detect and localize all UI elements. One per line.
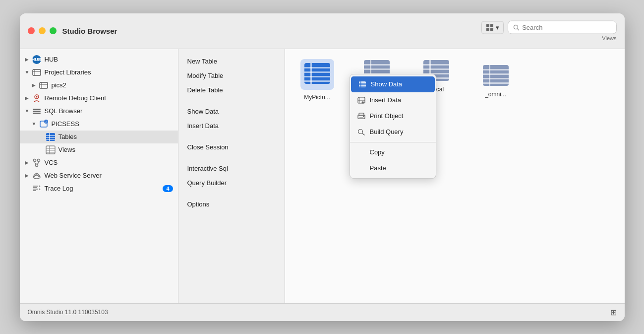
ctx-divider-4 bbox=[178, 190, 285, 197]
close-button[interactable] bbox=[28, 27, 35, 34]
ctx-menu-show-data[interactable]: Show Data bbox=[351, 76, 435, 92]
insert-data-icon bbox=[357, 96, 366, 105]
svg-rect-45 bbox=[310, 63, 312, 84]
ctx-menu-paste[interactable]: Paste bbox=[350, 160, 436, 176]
svg-rect-21 bbox=[46, 135, 55, 136]
traffic-lights bbox=[28, 27, 57, 34]
picsess-icon: ✓ bbox=[39, 119, 49, 129]
table-item-mypictu[interactable]: MyPictu... bbox=[295, 59, 340, 101]
ctx-show-data[interactable]: Show Data bbox=[178, 104, 285, 119]
pics2-icon bbox=[39, 80, 49, 90]
arrow-remote-debug: ▶ bbox=[25, 95, 32, 101]
svg-rect-47 bbox=[364, 64, 390, 66]
search-box[interactable] bbox=[508, 21, 617, 34]
arrow-vcs: ▶ bbox=[25, 160, 32, 165]
sidebar-label-project-libraries: Project Libraries bbox=[45, 68, 173, 76]
titlebar-controls: ▾ Views bbox=[481, 21, 617, 41]
svg-rect-70 bbox=[358, 99, 365, 99]
sidebar-item-views[interactable]: Views bbox=[20, 143, 178, 156]
arrow-project-libraries: ▼ bbox=[25, 69, 32, 75]
table-name-omni: _omni... bbox=[485, 91, 506, 98]
svg-rect-3 bbox=[490, 28, 493, 31]
sidebar-item-picsess[interactable]: ▼ ✓ PICSESS bbox=[20, 118, 178, 131]
svg-rect-41 bbox=[304, 67, 330, 68]
ctx-menu-build-query-label: Build Query bbox=[370, 128, 404, 135]
ctx-modify-table[interactable]: Modify Table bbox=[178, 68, 285, 83]
svg-point-32 bbox=[35, 164, 38, 166]
svg-rect-48 bbox=[364, 68, 390, 70]
paste-icon bbox=[357, 164, 366, 173]
sidebar-item-trace-log[interactable]: Trace Log 4 bbox=[20, 182, 178, 195]
svg-point-31 bbox=[37, 159, 40, 161]
content-area: MyPictu... e_sequence bbox=[285, 49, 625, 303]
ctx-interactive-sql[interactable]: Interactive Sql bbox=[178, 161, 285, 176]
hub-icon: HUB bbox=[32, 55, 42, 65]
svg-point-30 bbox=[33, 159, 36, 161]
svg-rect-22 bbox=[46, 137, 55, 138]
sidebar-label-sql-browser: SQL Browser bbox=[45, 107, 173, 115]
table-icon-omni bbox=[482, 64, 510, 87]
vcs-icon bbox=[32, 158, 42, 168]
ctx-menu-paste-label: Paste bbox=[370, 164, 386, 172]
ctx-delete-table[interactable]: Delete Table bbox=[178, 83, 285, 97]
sidebar-item-hub[interactable]: ▶ HUB HUB bbox=[20, 53, 178, 66]
arrow-hub: ▶ bbox=[25, 57, 32, 62]
svg-rect-44 bbox=[304, 80, 330, 82]
main-window: Studio Browser ▾ bbox=[20, 13, 625, 321]
ctx-new-table[interactable]: New Table bbox=[178, 54, 285, 68]
sidebar-item-project-libraries[interactable]: ▼ Project Libraries bbox=[20, 66, 178, 79]
trace-log-icon bbox=[32, 184, 42, 194]
ctx-menu-copy-label: Copy bbox=[370, 148, 385, 156]
maximize-button[interactable] bbox=[50, 27, 57, 34]
sidebar-item-pics2[interactable]: ▶ pics2 bbox=[20, 79, 178, 92]
ctx-close-session[interactable]: Close Session bbox=[178, 140, 285, 154]
sidebar-item-sql-browser[interactable]: ▼ SQL Browser bbox=[20, 105, 178, 118]
svg-rect-43 bbox=[304, 76, 330, 77]
sidebar-item-web-service[interactable]: ▶ Web Service Server bbox=[20, 169, 178, 182]
sidebar-label-picsess: PICSESS bbox=[52, 120, 173, 128]
table-item-omni[interactable]: _omni... bbox=[473, 64, 518, 98]
svg-rect-9 bbox=[40, 82, 48, 88]
sidebar-label-trace-log: Trace Log bbox=[45, 185, 163, 192]
svg-rect-28 bbox=[46, 152, 55, 153]
sidebar-item-remote-debug[interactable]: ▶ Remote Debug Client bbox=[20, 92, 178, 105]
views-tree-icon bbox=[46, 145, 56, 155]
sidebar-item-vcs[interactable]: ▶ VCS bbox=[20, 156, 178, 169]
table-icon-mypictu bbox=[303, 62, 331, 85]
ctx-menu-divider bbox=[350, 142, 436, 142]
ctx-menu-insert-data[interactable]: Insert Data bbox=[350, 92, 436, 108]
arrow-web-service: ▶ bbox=[25, 173, 32, 178]
ctx-query-builder[interactable]: Query Builder bbox=[178, 176, 285, 190]
ctx-divider-3 bbox=[178, 154, 285, 161]
sidebar-label-views: Views bbox=[59, 146, 173, 153]
ctx-menu-print-object[interactable]: Print Object bbox=[350, 108, 436, 124]
titlebar-top-row: ▾ bbox=[481, 21, 617, 34]
svg-rect-54 bbox=[423, 68, 449, 70]
print-object-icon bbox=[357, 112, 366, 121]
svg-rect-29 bbox=[49, 146, 50, 154]
svg-rect-59 bbox=[483, 69, 509, 70]
ctx-menu-copy[interactable]: Copy bbox=[350, 144, 436, 160]
tables-grid: MyPictu... e_sequence bbox=[285, 49, 625, 111]
views-chevron: ▾ bbox=[496, 24, 499, 31]
ctx-insert-data[interactable]: Insert Data bbox=[178, 119, 285, 133]
minimize-button[interactable] bbox=[39, 27, 46, 34]
sidebar-item-tables[interactable]: Tables bbox=[20, 131, 178, 143]
context-left-panel: New Table Modify Table Delete Table Show… bbox=[178, 49, 285, 303]
remote-debug-icon bbox=[32, 93, 42, 103]
app-title: Studio Browser bbox=[62, 27, 117, 35]
search-input[interactable] bbox=[522, 24, 611, 31]
show-data-icon bbox=[358, 80, 367, 89]
svg-rect-0 bbox=[486, 24, 489, 27]
tables-icon bbox=[46, 132, 56, 142]
svg-rect-71 bbox=[358, 100, 365, 101]
sidebar-label-hub: HUB bbox=[45, 56, 173, 63]
arrow-sql-browser: ▼ bbox=[25, 108, 32, 114]
svg-rect-77 bbox=[359, 117, 363, 118]
ctx-menu-build-query[interactable]: Build Query bbox=[350, 124, 436, 140]
svg-rect-23 bbox=[46, 139, 55, 140]
views-button[interactable]: ▾ bbox=[481, 21, 504, 34]
table-icon-wrapper-mypictu bbox=[300, 59, 334, 90]
settings-icon[interactable]: ⊞ bbox=[610, 308, 617, 317]
ctx-options[interactable]: Options bbox=[178, 197, 285, 211]
